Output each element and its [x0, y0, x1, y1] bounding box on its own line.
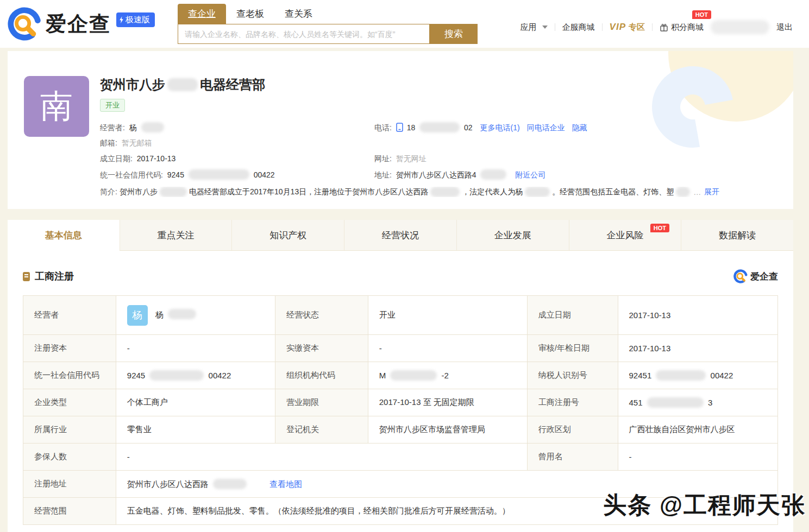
tab-company-risk-label: 企业风险	[606, 229, 643, 242]
company-avatar: 南	[24, 76, 89, 137]
reg-label-cell: 行政区划	[527, 416, 618, 444]
registered-address-pre: 贺州市八步区八达西路	[127, 479, 209, 489]
phone-value-post: 02	[464, 123, 473, 132]
reg-label-cell: 工商注册号	[527, 389, 618, 416]
reg-label-cell: 实缴资本	[275, 335, 368, 362]
tab-company-risk[interactable]: 企业风险 HOT	[569, 220, 681, 250]
reg-value-cell: M -2	[368, 362, 527, 389]
reg-value-cell: 2017-10-13 至 无固定期限	[368, 389, 527, 416]
reg-label-cell: 组织机构代码	[275, 362, 368, 389]
reg-value-cell: -	[116, 335, 275, 362]
redacted-text	[149, 370, 204, 381]
search-tab-relation[interactable]: 查关系	[274, 4, 323, 24]
reg-value-cell: 2017-10-13	[618, 296, 777, 335]
company-name-post: 电器经营部	[200, 76, 265, 93]
tab-company-development[interactable]: 企业发展	[456, 220, 569, 250]
reg-value-cell: -	[618, 444, 777, 471]
redacted-text	[160, 187, 187, 197]
credit-code-label: 统一社会信用代码:	[100, 170, 163, 179]
redacted-text	[419, 122, 460, 132]
vip-label: VIP	[610, 22, 626, 33]
logo-text: 爱企查	[46, 4, 111, 44]
hot-badge: HOT	[650, 224, 669, 232]
search-tab-boss[interactable]: 查老板	[226, 4, 274, 24]
taxpayer-id-post: 00422	[711, 371, 733, 380]
more-phones-link[interactable]: 更多电话(1)	[480, 123, 520, 133]
established-value: 2017-10-13	[137, 154, 176, 163]
redacted-text	[390, 370, 437, 381]
intro-label: 简介:	[100, 187, 117, 197]
search-input[interactable]	[178, 24, 430, 44]
nearby-companies-link[interactable]: 附近公司	[515, 170, 545, 179]
redacted-text	[647, 397, 704, 408]
lightning-icon	[119, 16, 124, 23]
company-intro: 简介: 贺州市八步 电器经营部成立于2017年10月13日，注册地位于贺州市八步…	[100, 187, 777, 197]
established-label: 成立日期:	[100, 154, 133, 163]
redacted-text	[480, 169, 506, 180]
aiqicha-logo[interactable]: 爱企查 极速版	[8, 4, 155, 44]
speed-badge-label: 极速版	[126, 15, 150, 25]
reg-value-cell: 广西壮族自治区贺州市八步区	[618, 416, 777, 444]
menu-app-label: 应用	[520, 22, 537, 33]
menu-points-mall[interactable]: 积分商城 HOT	[660, 22, 704, 33]
operator-value: 杨	[129, 123, 137, 132]
tab-operating-status[interactable]: 经营状况	[344, 220, 456, 250]
taxpayer-id-pre: 92451	[629, 371, 652, 380]
credit-code-post: 00422	[254, 170, 275, 179]
tab-basic-info[interactable]: 基本信息	[8, 220, 120, 251]
search-button[interactable]: 搜索	[430, 24, 478, 44]
reg-label-cell: 注册地址	[23, 471, 116, 498]
menu-vip-zone[interactable]: VIP 专区	[610, 22, 645, 33]
redacted-text	[525, 187, 550, 197]
document-icon	[23, 272, 30, 281]
menu-service-mall[interactable]: 企服商城	[562, 22, 595, 33]
table-row: 所属行业 零售业 登记机关 贺州市八步区市场监督管理局 行政区划 广西壮族自治区…	[23, 416, 778, 444]
hide-link[interactable]: 隐藏	[572, 123, 587, 133]
intro-part2: 电器经营部成立于2017年10月13日，注册地位于贺州市八步区八达西路	[189, 187, 428, 197]
operator-field: 经营者: 杨	[100, 122, 374, 133]
section-title: 工商注册	[35, 270, 74, 283]
org-code-post: -2	[442, 371, 449, 380]
operator-label: 经营者:	[100, 123, 125, 132]
same-phone-companies-link[interactable]: 同电话企业	[527, 123, 565, 133]
intro-part3: ，法定代表人为杨	[462, 187, 523, 197]
table-row: 参保人数 - 曾用名 -	[23, 444, 778, 471]
search-tabs: 查企业 查老板 查关系	[178, 4, 478, 24]
expand-link[interactable]: 展开	[704, 187, 719, 197]
phone-field: 电话: 18 02 更多电话(1) 同电话企业 隐藏	[374, 122, 777, 133]
aiqicha-logo-icon	[733, 269, 748, 283]
table-row: 企业类型 个体工商户 营业期限 2017-10-13 至 无固定期限 工商注册号…	[23, 389, 778, 416]
tab-data-interpretation[interactable]: 数据解读	[681, 220, 793, 250]
tab-key-focus[interactable]: 重点关注	[120, 220, 232, 250]
reg-label-cell: 纳税人识别号	[527, 362, 618, 389]
redacted-text	[213, 479, 247, 489]
reg-value-cell: 个体工商户	[116, 389, 275, 416]
logout-link[interactable]: 退出	[776, 22, 793, 33]
redacted-text	[656, 370, 706, 381]
reg-value-cell: 杨 杨	[116, 296, 275, 335]
reg-value-cell: 9245 00422	[116, 362, 275, 389]
reg-value-cell: 2017-10-13	[618, 335, 777, 362]
credit-code-post: 00422	[209, 371, 231, 380]
email-value: 暂无邮箱	[122, 138, 152, 147]
company-info-grid: 经营者: 杨 电话: 18 02 更多电话(1) 同电话企业	[100, 119, 777, 182]
table-row: 统一社会信用代码 9245 00422 组织机构代码 M -2 纳税人识别号 9…	[23, 362, 778, 389]
search-area: 查企业 查老板 查关系 搜索	[178, 4, 478, 44]
points-mall-label: 积分商城	[671, 22, 704, 33]
reg-label-cell: 营业期限	[275, 389, 368, 416]
username-redacted[interactable]	[711, 20, 769, 34]
established-field: 成立日期: 2017-10-13	[100, 154, 374, 164]
menu-separator	[652, 23, 653, 31]
tab-intellectual-property[interactable]: 知识产权	[231, 220, 344, 250]
view-map-link[interactable]: 查看地图	[269, 479, 302, 489]
reg-number-pre: 451	[629, 398, 643, 407]
company-name: 贺州市八步 电器经营部	[100, 76, 777, 93]
reg-value-cell: -	[116, 444, 527, 471]
menu-app[interactable]: 应用	[520, 22, 548, 33]
website-field: 网址: 暂无网址	[374, 154, 777, 164]
detail-tabs: 基本信息 重点关注 知识产权 经营状况 企业发展 企业风险 HOT 数据解读	[8, 220, 793, 251]
credit-code-pre: 9245	[167, 170, 184, 179]
search-tab-company[interactable]: 查企业	[178, 4, 226, 24]
operator-name: 杨	[155, 309, 164, 319]
email-field: 邮箱: 暂无邮箱	[100, 138, 374, 148]
